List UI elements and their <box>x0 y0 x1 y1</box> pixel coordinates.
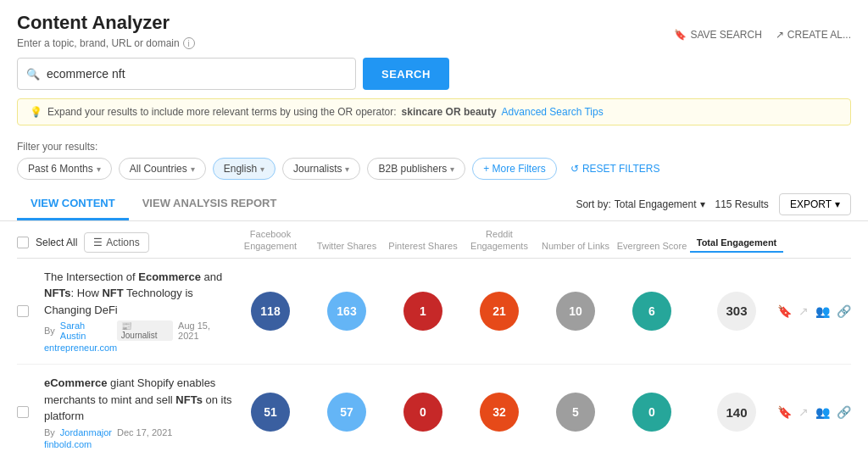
tip-bar: 💡 Expand your results to include more re… <box>17 98 851 125</box>
filter-chip-language[interactable]: English ▾ <box>213 158 275 180</box>
sort-value: Total Engagement <box>615 198 697 210</box>
row-checkbox-2[interactable] <box>17 406 29 418</box>
fb-metric-2: 51 <box>251 393 290 432</box>
bookmark-icon: 🔖 <box>674 29 687 41</box>
save-search-link[interactable]: 🔖 SAVE SEARCH <box>674 29 761 41</box>
chevron-down-icon: ▾ <box>345 164 349 174</box>
th-reddit: Reddit Engagements <box>461 228 537 253</box>
select-all-checkbox[interactable] <box>17 237 29 248</box>
th-total: Total Engagement <box>690 237 783 252</box>
domain-link-2[interactable]: finbold.com <box>44 439 92 449</box>
filter-chip-past6months[interactable]: Past 6 Months ▾ <box>17 158 112 180</box>
alert-icon: ↗ <box>776 29 784 41</box>
actions-button[interactable]: ☰ Actions <box>84 232 148 253</box>
share-row-icon-1[interactable]: ↗ <box>798 304 809 318</box>
journalist-badge-1: 📰 Journalist <box>117 320 173 341</box>
chevron-down-icon: ▾ <box>191 164 195 174</box>
link-row-icon-2[interactable]: 🔗 <box>837 405 851 419</box>
tabs-row: VIEW CONTENT VIEW ANALYSIS REPORT Sort b… <box>0 188 868 221</box>
info-icon: i <box>183 37 195 49</box>
reset-filters-button[interactable]: ↺ RESET FILTERS <box>564 159 667 179</box>
row-meta-1: By Sarah Austin 📰 Journalist Aug 15, 202… <box>44 320 232 341</box>
sort-select[interactable]: Sort by: Total Engagement ▾ <box>576 198 704 210</box>
tip-icon: 💡 <box>30 106 42 118</box>
sort-label: Sort by: <box>576 198 610 210</box>
bookmark-row-icon-2[interactable]: 🔖 <box>777 405 792 419</box>
tab-analysis-report[interactable]: VIEW ANALYSIS REPORT <box>129 188 291 220</box>
pin-metric-2: 0 <box>403 393 442 432</box>
search-input[interactable] <box>47 67 347 81</box>
tip-example: skincare OR beauty <box>402 106 497 118</box>
total-metric-2: 140 <box>717 393 756 432</box>
search-icon: 🔍 <box>26 68 40 81</box>
tw-metric-2: 57 <box>327 393 366 432</box>
evergreen-metric-1: 6 <box>632 292 671 331</box>
domain-link-1[interactable]: entrepreneur.com <box>44 343 117 353</box>
tab-view-content[interactable]: VIEW CONTENT <box>17 188 129 220</box>
search-input-wrap: 🔍 <box>17 58 356 90</box>
th-pinterest: Pinterest Shares <box>385 240 461 252</box>
filter-chip-b2b[interactable]: B2B publishers ▾ <box>367 158 465 180</box>
refresh-icon: ↺ <box>570 163 579 175</box>
link-row-icon-1[interactable]: 🔗 <box>837 304 851 318</box>
links-metric-1: 10 <box>556 292 595 331</box>
select-all-label: Select All <box>36 237 77 248</box>
filter-chip-journalists[interactable]: Journalists ▾ <box>282 158 360 180</box>
bookmark-row-icon-1[interactable]: 🔖 <box>777 304 792 318</box>
row-checkbox-1[interactable] <box>17 305 29 317</box>
chevron-down-icon: ▾ <box>97 164 101 174</box>
advanced-search-tips-link[interactable]: Advanced Search Tips <box>502 106 604 118</box>
pin-metric-1: 1 <box>403 292 442 331</box>
row-title-2: eCommerce giant Shopify enables merchant… <box>44 375 232 425</box>
reddit-metric-2: 32 <box>480 393 519 432</box>
th-twitter: Twitter Shares <box>309 240 385 252</box>
th-evergreen: Evergreen Score <box>614 240 690 252</box>
th-facebook: Facebook Engagement <box>232 228 309 253</box>
chevron-down-icon: ▾ <box>700 198 705 210</box>
tip-text: Expand your results to include more rele… <box>47 106 397 118</box>
filter-label: Filter your results: <box>17 141 851 153</box>
results-count: 115 Results <box>715 198 769 210</box>
th-links: Number of Links <box>537 240 614 252</box>
users-row-icon-1[interactable]: 👥 <box>815 304 830 318</box>
create-alert-link[interactable]: ↗ CREATE AL... <box>776 29 851 41</box>
row-title-1: The Intersection of Ecommerce and NFTs: … <box>44 269 232 319</box>
users-row-icon-2[interactable]: 👥 <box>815 405 830 419</box>
page-subtitle: Enter a topic, brand, URL or domain i <box>17 37 195 49</box>
export-button[interactable]: EXPORT ▾ <box>779 193 851 215</box>
author-link-2[interactable]: Jordanmajor <box>60 427 112 437</box>
share-row-icon-2[interactable]: ↗ <box>798 405 809 419</box>
filter-chip-countries[interactable]: All Countries ▾ <box>119 158 206 180</box>
table-row: eCommerce giant Shopify enables merchant… <box>17 365 851 457</box>
chevron-down-icon: ▾ <box>835 198 840 210</box>
page-title: Content Analyzer <box>17 12 195 34</box>
search-button[interactable]: SEARCH <box>363 58 449 90</box>
evergreen-metric-2: 0 <box>632 393 671 432</box>
actions-icon: ☰ <box>93 237 103 248</box>
chevron-down-icon: ▾ <box>450 164 454 174</box>
fb-metric-1: 118 <box>251 292 290 331</box>
reddit-metric-1: 21 <box>480 292 519 331</box>
author-link-1[interactable]: Sarah Austin <box>60 320 112 341</box>
tw-metric-1: 163 <box>327 292 366 331</box>
table-row: The Intersection of Ecommerce and NFTs: … <box>17 259 851 365</box>
total-metric-1: 303 <box>717 292 756 331</box>
more-filters-button[interactable]: + More Filters <box>472 158 557 180</box>
row-meta-2: By Jordanmajor Dec 17, 2021 <box>44 427 232 437</box>
links-metric-2: 5 <box>556 393 595 432</box>
chevron-down-icon: ▾ <box>260 164 264 174</box>
